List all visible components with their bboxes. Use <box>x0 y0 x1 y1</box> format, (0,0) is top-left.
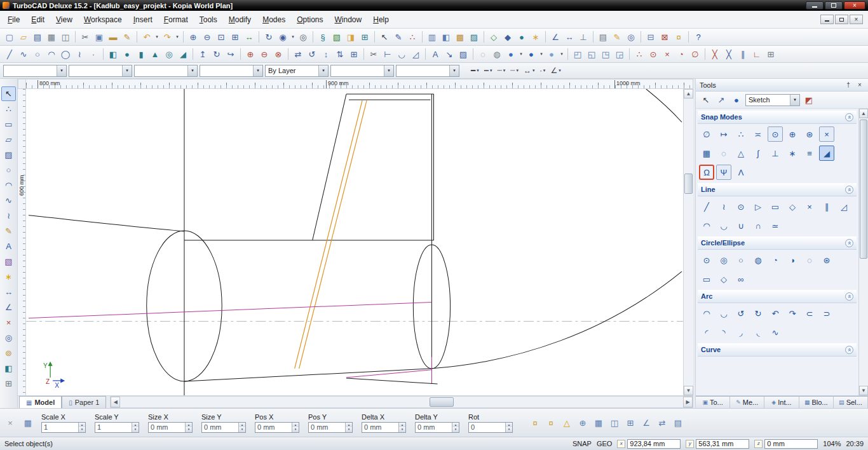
arc-quarter-1-button[interactable]: ◜ <box>699 325 714 340</box>
scroll-up-icon[interactable]: ▲ <box>684 89 693 99</box>
fuselage-bottom-line[interactable] <box>184 369 432 381</box>
arc-cw-button[interactable]: ↻ <box>750 306 766 321</box>
extend-button[interactable]: ⊢ <box>381 47 395 61</box>
menu-modify[interactable]: Modify <box>223 13 257 27</box>
field-spinner[interactable]: ▴▾ <box>452 423 459 432</box>
union-button[interactable]: ⊕ <box>243 47 257 61</box>
ellipse-tool-button[interactable]: ◯ <box>58 47 72 61</box>
bezier-tool-button[interactable]: ≀ <box>1 208 16 223</box>
data-table-button[interactable]: ▤ <box>671 416 685 430</box>
spin-down-icon[interactable]: ▾ <box>239 427 245 432</box>
palette-scroll-track[interactable] <box>859 118 868 386</box>
palette-button[interactable]: ◩ <box>802 93 816 107</box>
single-line-button[interactable]: ╱ <box>699 199 714 214</box>
render-full-button[interactable]: ● <box>524 47 538 61</box>
field-spinner[interactable]: ▴▾ <box>505 423 512 432</box>
revolve-button[interactable]: ↻ <box>210 47 224 61</box>
show-magnetic-point-button[interactable]: Ψ <box>716 165 731 180</box>
section-header-circle-ellipse[interactable]: Circle/Ellipse« <box>698 236 857 250</box>
snap-vertex-button[interactable]: ∴ <box>733 126 749 142</box>
sketch-mode-combo[interactable]: Sketch ▾ <box>745 94 800 106</box>
snap-none2-button[interactable]: ∅ <box>688 47 702 61</box>
circle-center-tool-button[interactable]: ○ <box>1 163 16 177</box>
section-header-line[interactable]: Line« <box>698 183 857 196</box>
spin-up-icon[interactable]: ▴ <box>452 423 459 428</box>
menu-format[interactable]: Format <box>158 13 194 27</box>
arc-quarter-3-button[interactable]: ◞ <box>733 325 749 340</box>
snap-ortho-button[interactable]: ≡ <box>802 146 817 161</box>
double-line-button[interactable]: ∩ <box>750 218 766 233</box>
sketch-tool-button[interactable]: ✎ <box>1 224 16 238</box>
rectangle-tool-button[interactable]: ▭ <box>1 117 16 132</box>
snap-grid-button[interactable]: ⊛ <box>802 126 817 142</box>
palette-tab-measurement[interactable]: ✎Me... <box>730 396 764 408</box>
snap-perpendicular-button[interactable]: ⊥ <box>768 146 783 161</box>
snap-grid-points-button[interactable]: ▦ <box>699 146 714 161</box>
combo-dropdown-icon[interactable]: ▾ <box>187 65 197 76</box>
new-button[interactable]: ▢ <box>3 30 17 44</box>
circle-3point-button[interactable]: ◍ <box>750 252 766 268</box>
format-painter-button[interactable]: ✎ <box>120 30 134 44</box>
line-curve-button[interactable]: ◡ <box>716 218 731 233</box>
light-tool-button[interactable]: ∗ <box>1 269 16 284</box>
restore-button[interactable] <box>825 1 843 10</box>
combo-dropdown-icon[interactable]: ▾ <box>122 65 132 76</box>
text-tool-button[interactable]: A <box>428 47 442 61</box>
palette-scroll-thumb[interactable] <box>860 119 867 259</box>
coord-z-icon[interactable]: z <box>754 440 763 448</box>
chamfer-button[interactable]: ◿ <box>409 47 423 61</box>
palette-close-icon[interactable]: × <box>855 81 864 90</box>
intersect-button[interactable]: ⊗ <box>271 47 285 61</box>
hatch-tool-button[interactable]: ▨ <box>456 47 470 61</box>
palette-scroll-down-icon[interactable]: ▼ <box>859 386 868 395</box>
snap-slope-button[interactable]: ◢ <box>819 146 834 161</box>
spiral-tool-button[interactable]: ◎ <box>1 331 16 345</box>
box-3d-button[interactable]: ◧ <box>106 47 120 61</box>
close-button[interactable]: × <box>844 1 865 10</box>
arc-center-button[interactable]: ◠ <box>699 306 714 321</box>
selection-grid-button[interactable]: ▦ <box>21 416 35 429</box>
lock-size-button[interactable]: ¤ <box>544 416 558 430</box>
angle-mode-button[interactable]: ∠ <box>639 416 653 430</box>
spin-down-icon[interactable]: ▾ <box>506 427 512 432</box>
canvas-hscrollbar[interactable]: ◀ ▶ <box>110 396 693 408</box>
fuselage-top-curve[interactable] <box>29 215 184 231</box>
section-header-arc[interactable]: Arc« <box>698 290 857 303</box>
ellipse-button[interactable]: ◑ <box>785 252 800 268</box>
measure-button[interactable]: ∠ <box>548 30 562 44</box>
field-input[interactable]: 0▴▾ <box>468 422 513 433</box>
collapse-chevron-icon[interactable]: « <box>845 239 853 247</box>
torus-3d-button[interactable]: ◎ <box>162 47 176 61</box>
fine-dot-pattern-dropdown-icon[interactable]: ▾ <box>516 68 519 73</box>
leader-button[interactable]: ↘ <box>442 47 456 61</box>
field-input[interactable]: 0 mm▴▾ <box>148 422 193 433</box>
fillet-button[interactable]: ◡ <box>395 47 409 61</box>
sweep-button[interactable]: ↪ <box>224 47 238 61</box>
circle-concentric-button[interactable]: ◎ <box>716 252 731 268</box>
canvas-vscrollbar[interactable]: ▲ ▼ <box>683 89 693 395</box>
insert-object-button[interactable]: ◨ <box>344 30 358 44</box>
insert-symbol-button[interactable]: § <box>316 30 330 44</box>
select-tool-button[interactable]: ↖ <box>1 86 16 101</box>
pen-pattern-combo[interactable]: ▾ <box>134 65 198 77</box>
line-pattern-dropdown-icon[interactable]: ▾ <box>477 68 479 73</box>
protractor-button[interactable]: ⊥ <box>576 30 590 44</box>
snap-arc-center-button[interactable]: ⊙ <box>768 126 783 142</box>
point-style-button[interactable]: ∙▾ <box>538 64 548 78</box>
palette-tab-blocks[interactable]: ▦Blo... <box>799 396 834 408</box>
cylinder-3d-button[interactable]: ▮ <box>134 47 148 61</box>
snap-midpoint-button[interactable]: ≍ <box>750 126 766 142</box>
menu-tools[interactable]: Tools <box>194 13 223 27</box>
pen-color-combo[interactable]: By Layer▾ <box>265 65 329 77</box>
snap-intersection2-button[interactable]: × <box>660 47 674 61</box>
text-style-combo[interactable]: ▾ <box>396 65 459 77</box>
layers-button[interactable]: ▥ <box>425 30 439 44</box>
materials-button[interactable]: ● <box>545 47 559 61</box>
tail-boom-curve[interactable] <box>431 271 682 369</box>
snap-quadrant2-button[interactable]: ◔ <box>674 47 688 61</box>
solid-tool-button[interactable]: ◧ <box>1 361 16 376</box>
dimension-button[interactable]: ↔ <box>562 30 576 44</box>
combo-dropdown-icon[interactable]: ▾ <box>253 65 262 76</box>
grid-snap-button[interactable]: ⊞ <box>623 416 637 430</box>
collapse-chevron-icon[interactable]: « <box>845 292 853 301</box>
